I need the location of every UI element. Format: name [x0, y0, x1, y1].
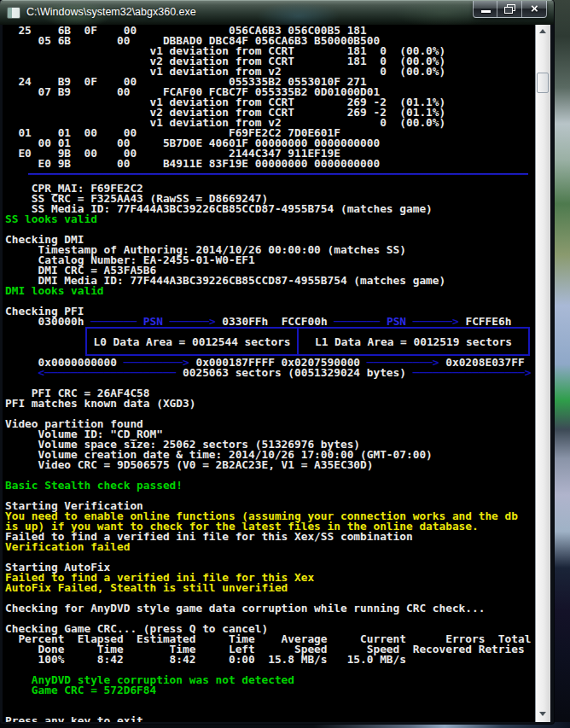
- scroll-down-button[interactable]: [536, 708, 550, 720]
- l1-data-area-label: L1 Data Area = 0012519 sectors: [299, 329, 528, 354]
- console-line: Basic Stealth check passed!: [5, 480, 535, 491]
- console-line: DMI looks valid: [5, 286, 535, 296]
- console-line: Press any key to exit . . . _: [5, 716, 535, 722]
- desktop-background: [552, 0, 570, 728]
- console-text: ──────>: [413, 315, 459, 328]
- console-text: [380, 315, 387, 328]
- console-text: ──────>: [170, 315, 216, 328]
- l0-data-area-label: L0 Data Area = 0012544 sectors: [87, 329, 299, 354]
- console-text: PSN: [387, 315, 406, 328]
- console-text: Basic Stealth check passed!: [5, 479, 183, 492]
- console-window: C:\Windows\system32\abgx360.exe × 25 6B …: [0, 0, 554, 724]
- console-text: E0 9B 00 B4911E 83F19E 00000000 00000000…: [5, 157, 380, 170]
- window-title: C:\Windows\system32\abgx360.exe: [26, 1, 196, 25]
- console-text: 100% 8:42 8:42 0:00 15.8 MB/s 15.0 MB/s: [5, 653, 406, 666]
- console-line: [5, 224, 535, 235]
- arrow-up-icon: [539, 29, 546, 33]
- screen: C:\Windows\system32\abgx360.exe × 25 6B …: [0, 0, 570, 728]
- console-text: FCFFE6h: [459, 315, 512, 328]
- restore-icon: [504, 4, 515, 14]
- console-text: ───────: [90, 315, 137, 328]
- console-text: Game CRC = 572D6F84: [5, 684, 156, 696]
- console-text: <────────────────────: [5, 366, 176, 379]
- console-line: [5, 696, 535, 706]
- console-line: Verification failed: [5, 542, 535, 552]
- console-text: SS looks valid: [5, 213, 97, 225]
- console-text: ─────────────────>: [413, 366, 532, 379]
- close-button[interactable]: ×: [522, 1, 547, 18]
- close-icon: ×: [522, 1, 547, 17]
- scrollbar-track[interactable]: [535, 25, 550, 722]
- console-line: 100% 8:42 8:42 0:00 15.8 MB/s 15.0 MB/s: [5, 655, 535, 665]
- maximize-restore-button[interactable]: [497, 1, 522, 18]
- console-line: PFI matches known data (XGD3): [5, 399, 535, 409]
- console-line: Video CRC = 9D506575 (V0 = 2B2AC23E, V1 …: [5, 460, 535, 470]
- console-text: [406, 315, 413, 328]
- console-text: Verification failed: [5, 540, 130, 553]
- console-text: PFI matches known data (XGD3): [5, 397, 195, 410]
- console-line: Checking for AnyDVD style game data corr…: [5, 603, 535, 614]
- minimize-button[interactable]: [473, 1, 497, 18]
- console-output: 25 6B 0F 00 056CA6B3 056C00B5 181 05 6B …: [3, 25, 535, 722]
- scroll-up-button[interactable]: [536, 25, 550, 38]
- console-text: Checking for AnyDVD style game data corr…: [5, 602, 485, 614]
- console-text: 030000h: [5, 315, 90, 328]
- arrow-down-icon: [539, 712, 546, 716]
- console-line: SS looks valid: [5, 214, 535, 224]
- console-text: Video CRC = 9D506575 (V0 = 2B2AC23E, V1 …: [5, 458, 373, 471]
- console-text: AutoFix Failed, Stealth is still unverif…: [5, 581, 288, 594]
- console-app-icon[interactable]: [7, 7, 20, 19]
- minimize-icon: [481, 10, 491, 13]
- console-line: <──────────────────── 0025063 sectors (0…: [5, 368, 535, 378]
- console-text: [137, 315, 143, 328]
- console-text: [163, 315, 170, 328]
- console-text: 0330FFh FCCF00h: [216, 315, 334, 328]
- caption-buttons: ×: [473, 1, 547, 18]
- console-text: ───────: [334, 315, 380, 328]
- console-text: Press any key to exit . . . _: [5, 714, 195, 722]
- console-line: AutoFix Failed, Stealth is still unverif…: [5, 583, 535, 593]
- console-line: [5, 296, 535, 306]
- scrollbar-thumb[interactable]: [537, 73, 549, 93]
- console-text: PSN: [143, 315, 163, 328]
- console-text: DMI looks valid: [5, 284, 104, 297]
- title-bar[interactable]: C:\Windows\system32\abgx360.exe ×: [0, 1, 554, 25]
- console-line: 030000h ─────── PSN ──────> 0330FFh FCCF…: [5, 317, 535, 327]
- pfi-data-area-box: L0 Data Area = 0012544 sectorsL1 Data Ar…: [5, 327, 535, 358]
- console-line: Game CRC = 572D6F84: [5, 685, 535, 696]
- console-line: E0 9B 00 B4911E 83F19E 00000000 00000000…: [5, 159, 535, 169]
- console-text: 0025063 sectors (0051329024 bytes): [176, 366, 412, 379]
